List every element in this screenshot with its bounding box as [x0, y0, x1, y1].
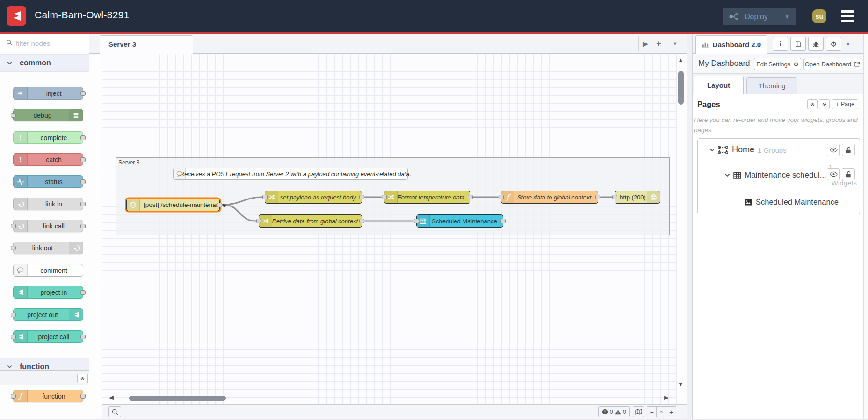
comment-node[interactable]: Receives a POST request from Server 2 wi…: [173, 168, 408, 180]
palette-node-inject[interactable]: inject: [13, 87, 83, 100]
palette-node-link-call[interactable]: link call: [13, 220, 83, 232]
sidebar-menu-caret[interactable]: ▼: [846, 41, 851, 47]
palette-section-common[interactable]: common: [0, 54, 89, 72]
collapse-pages-button[interactable]: [807, 99, 818, 109]
input-port[interactable]: [11, 224, 16, 228]
user-avatar[interactable]: su: [812, 9, 826, 23]
deploy-button[interactable]: Deploy ▼: [723, 8, 796, 25]
palette-filter-input[interactable]: [16, 37, 85, 49]
canvas-scroll-left[interactable]: ◀: [109, 394, 114, 400]
output-port[interactable]: [80, 157, 86, 162]
input-port[interactable]: [414, 219, 419, 223]
palette-node-comment[interactable]: comment: [13, 264, 83, 277]
zoom-out-button[interactable]: −: [647, 406, 657, 417]
output-port[interactable]: [80, 91, 86, 96]
tab-list-button[interactable]: ▶: [643, 34, 648, 53]
add-page-button[interactable]: + Page: [832, 99, 858, 109]
notification-counts[interactable]: 0 0: [598, 406, 630, 417]
input-port[interactable]: [11, 113, 16, 118]
node-http-response[interactable]: http (200): [615, 191, 660, 204]
canvas-vscrollbar-thumb[interactable]: [678, 71, 684, 105]
toggle-visibility-button[interactable]: [827, 168, 840, 180]
tab-layout[interactable]: Layout: [694, 76, 744, 94]
output-port[interactable]: [595, 195, 600, 199]
add-flow-button[interactable]: +: [656, 34, 661, 53]
palette-node-link-out[interactable]: link out: [13, 242, 83, 254]
input-port[interactable]: [11, 313, 16, 317]
search-icon: [112, 409, 118, 415]
palette-node-link-in[interactable]: link in: [13, 198, 83, 210]
tab-server-3[interactable]: Server 3: [100, 35, 193, 54]
open-dashboard-label: Open Dashboard: [805, 61, 851, 68]
zoom-in-button[interactable]: +: [666, 406, 676, 417]
output-port[interactable]: [80, 179, 86, 184]
output-port[interactable]: [80, 224, 86, 228]
node-http-in[interactable]: [post] /schedule-maintenance: [126, 199, 220, 211]
output-port[interactable]: [80, 202, 86, 206]
search-flows-button[interactable]: [108, 406, 121, 417]
tab-dashboard-2[interactable]: Dashboard 2.0: [695, 35, 767, 54]
palette-node-complete[interactable]: ! complete: [13, 131, 83, 144]
output-port[interactable]: [468, 195, 473, 199]
gear-icon: ⚙: [830, 40, 837, 49]
palette-collapse-all-button[interactable]: [77, 374, 88, 383]
output-port[interactable]: [500, 219, 506, 223]
canvas-scroll-down[interactable]: ▼: [678, 381, 684, 387]
output-port[interactable]: [359, 219, 364, 223]
output-port[interactable]: [359, 195, 364, 199]
tab-menu-caret[interactable]: ▼: [673, 34, 678, 53]
palette-node-debug[interactable]: debug: [13, 109, 83, 121]
palette-node-catch[interactable]: ! catch: [13, 153, 83, 166]
debug-tab-button[interactable]: [808, 37, 824, 51]
debug-icon: [69, 109, 83, 121]
info-tab-button[interactable]: i: [773, 37, 788, 51]
input-port[interactable]: [11, 335, 16, 339]
output-port[interactable]: [80, 394, 86, 399]
open-dashboard-button[interactable]: Open Dashboard: [803, 58, 861, 70]
input-port[interactable]: [499, 195, 504, 199]
input-port[interactable]: [382, 195, 387, 199]
palette-node-project-in[interactable]: project in: [13, 286, 83, 299]
node-set-payload[interactable]: set payload as request body: [265, 191, 362, 204]
flow-canvas[interactable]: Server 3 Receives a POST request from Se…: [102, 54, 677, 404]
tree-row-home[interactable]: Home 1 Groups: [698, 139, 860, 161]
canvas-scroll-right[interactable]: ▶: [664, 394, 669, 400]
toggle-visibility-button[interactable]: [827, 144, 840, 156]
canvas-scroll-up[interactable]: ▲: [678, 57, 684, 63]
toggle-lock-button[interactable]: [842, 168, 855, 180]
output-port[interactable]: [217, 203, 222, 207]
main-menu-button[interactable]: [841, 10, 854, 22]
zoom-reset-button[interactable]: ○: [657, 406, 666, 417]
help-tab-button[interactable]: [790, 37, 806, 51]
palette-node-function[interactable]: ƒ function: [13, 390, 83, 402]
canvas-hscrollbar-thumb[interactable]: [129, 396, 226, 401]
edit-settings-button[interactable]: Edit Settings ⚙: [754, 58, 801, 70]
chevron-down-icon: [7, 365, 12, 369]
search-icon: [6, 39, 13, 46]
node-retrieve-global[interactable]: Retrive data from global context: [259, 214, 362, 228]
tab-theming[interactable]: Theming: [746, 77, 797, 94]
output-port[interactable]: [80, 335, 86, 339]
toggle-lock-button[interactable]: [842, 144, 855, 156]
node-format-temperature[interactable]: Format temperature data.: [384, 191, 470, 204]
input-port[interactable]: [11, 394, 16, 399]
expand-pages-button[interactable]: [819, 99, 830, 109]
output-port[interactable]: [80, 135, 86, 140]
input-port[interactable]: [262, 195, 268, 199]
palette-node-project-call[interactable]: project call: [13, 330, 83, 343]
input-port[interactable]: [11, 246, 16, 250]
double-chevron-up-icon: [810, 102, 815, 107]
deploy-options-caret[interactable]: ▼: [784, 14, 790, 20]
palette-node-project-out[interactable]: project out: [13, 308, 83, 321]
navigator-button[interactable]: [633, 406, 644, 417]
input-port[interactable]: [256, 219, 261, 223]
header: Calm-Barn-Owl-8291 Deploy ▼ su: [0, 0, 868, 32]
config-tab-button[interactable]: ⚙: [826, 37, 841, 51]
node-store-global[interactable]: ƒ Store data to global context: [501, 191, 598, 204]
output-port[interactable]: [80, 290, 86, 295]
node-ui-table[interactable]: Scheduled Maintenance: [416, 214, 503, 228]
palette-node-status[interactable]: status: [13, 175, 83, 188]
sidebar-resize-handle[interactable]: [687, 34, 693, 419]
chevron-down-icon: [724, 173, 730, 177]
input-port[interactable]: [612, 195, 617, 199]
